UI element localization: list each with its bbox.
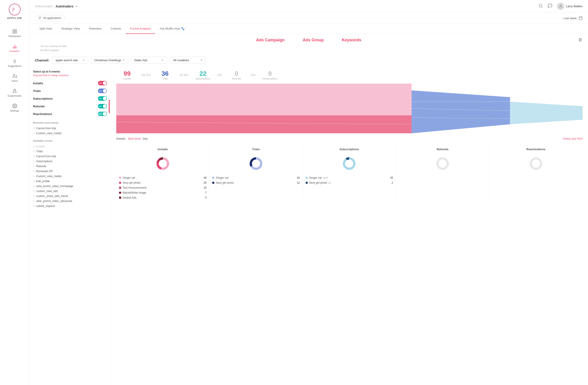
main-content: Active project: Autotraders (29, 0, 588, 385)
sidebar-item-label: Suggestions (8, 65, 21, 67)
legend-label: Ginger cat (216, 176, 228, 179)
tab-cohorts[interactable]: Cohorts (106, 24, 126, 34)
ad-group-dropdown[interactable]: Static Ads ▼ (131, 57, 167, 64)
next-level-link[interactable]: Next level (128, 137, 141, 140)
breakdown-card: TrialsGinger cat24Sexy girl photo12 (210, 144, 303, 204)
toggle-trials[interactable]: ON (98, 89, 107, 93)
stat-pct-4: 0% (251, 73, 255, 77)
available-event-item[interactable]: Cancel from trial (33, 154, 107, 159)
svg-point-13 (14, 105, 15, 107)
stat-value-reactivations: 0 (268, 70, 272, 77)
legend-count: 49 (204, 176, 207, 179)
sidebar-item-dashboard[interactable]: Dashboard (0, 26, 29, 40)
item-dot (33, 180, 35, 182)
tab-split-view[interactable]: Split View (35, 24, 57, 34)
stat-label-reactivations: Reactivations (263, 77, 277, 80)
filter-settings-button[interactable] (578, 38, 583, 43)
toggle-subscriptions[interactable]: ON (98, 96, 107, 101)
breadcrumb-keywords[interactable]: Keywords (342, 38, 361, 42)
breakdown-card: SubscriptionsGinger cat$29920Sexy girl p… (303, 144, 396, 204)
item-dot (33, 185, 35, 187)
legend-label: Ginger cat (123, 176, 135, 179)
top-bar: Active project: Autotraders (29, 0, 588, 13)
project-dropdown[interactable]: Autotraders (56, 4, 78, 8)
all-applications-filter[interactable]: All applications (35, 15, 65, 21)
breakdown-grid: InstallsGinger cat49Sexy girl photo20Tex… (116, 144, 583, 204)
creative-dropdown[interactable]: All creatives ▼ (170, 57, 206, 64)
available-event-item[interactable]: submit_request (33, 204, 107, 209)
toggle-circle (103, 81, 106, 85)
available-event-item[interactable]: Trials (33, 149, 107, 154)
panels-row: Select up to 5 events Drag and drop to c… (29, 66, 588, 385)
sidebar-item-label: Experiments (8, 95, 21, 97)
legend-label: Sexy girl photo (309, 181, 327, 184)
check-roa-link[interactable]: Check your RoA (563, 137, 583, 140)
sidebar-item-analytics[interactable]: Analytics (0, 41, 29, 55)
available-event-item[interactable]: Refunds (33, 164, 107, 169)
available-events-list: InstallsTrialsCancel from trialSubscript… (33, 144, 107, 209)
creative-value: All creatives (173, 58, 189, 62)
breadcrumb-ads-campaign[interactable]: Ads Campaign (256, 38, 285, 42)
toggle-refunds[interactable]: ON (98, 104, 107, 108)
sidebar-item-settings[interactable]: Settings (0, 101, 29, 115)
tab-ask-muffin[interactable]: Ask Muffin How 🐾 (155, 24, 189, 34)
item-dot (33, 170, 35, 172)
available-event-item[interactable]: Subscriptions (33, 159, 107, 164)
campaign-dropdown[interactable]: Christmas Greetings ▼ (91, 57, 128, 64)
available-event-item[interactable]: custom_view_ads (33, 189, 107, 194)
legend-item: Black&White Image7 (119, 190, 207, 195)
donut-chart (399, 154, 486, 173)
legend-label: Default Ads (123, 196, 136, 199)
user-profile[interactable]: Larry Walker (557, 3, 583, 10)
funnel-chart (116, 84, 583, 133)
search-button[interactable] (539, 4, 543, 9)
search-icon (539, 4, 543, 8)
tab-retention[interactable]: Retention (84, 24, 106, 34)
legend-item: Sexy girl photo20 (119, 180, 207, 185)
sidebar-item-users[interactable]: Users (0, 71, 29, 85)
available-event-item[interactable]: Installs (33, 144, 107, 149)
available-event-item[interactable]: Renewals Off (33, 169, 107, 174)
tab-strategic-view[interactable]: Strategic View (57, 24, 84, 34)
event-name-subscriptions: Subscriptions (33, 97, 53, 100)
legend-count: 2 (392, 181, 393, 184)
svg-text:F: F (12, 7, 15, 12)
available-event-item[interactable]: Custom_view_media (33, 174, 107, 179)
tab-funnel-analysis[interactable]: Funnel Analysis (126, 24, 155, 34)
svg-point-38 (439, 159, 447, 168)
recently-used-cancel[interactable]: Cancel from trial (33, 126, 107, 131)
event-name-trials: Trials (33, 89, 41, 93)
breakdown-title: Subscriptions (306, 148, 393, 151)
stat-label-subscriptions: Subscriptions (195, 77, 210, 80)
legend-item: Sexy girl photo$22 (306, 180, 393, 185)
date-filter[interactable]: Last week (563, 16, 583, 20)
available-event-item[interactable]: custom_share_with_friend (33, 194, 107, 199)
legend-dot (306, 177, 308, 179)
notifications-button[interactable] (547, 3, 552, 9)
grid-icon (12, 29, 17, 34)
available-event-item[interactable]: view_promo_video_advanced (33, 199, 107, 204)
sidebar-item-suggestions[interactable]: Suggestions (0, 56, 29, 70)
svg-rect-3 (13, 32, 14, 33)
recently-used-custom-view[interactable]: Custom_view_media (33, 131, 107, 136)
svg-rect-18 (579, 17, 582, 20)
toggle-installs[interactable]: ON (98, 81, 107, 85)
channel-dropdown[interactable]: apple search ads ▼ (52, 57, 88, 64)
item-dot (33, 175, 35, 177)
available-event-item[interactable]: view_promo_video_homepage (33, 184, 107, 189)
sidebar-item-label: Users (11, 79, 18, 82)
project-name: Autotraders (56, 4, 74, 8)
item-dot (33, 195, 35, 197)
funnel-svg (116, 84, 583, 133)
svg-marker-31 (510, 102, 583, 124)
project-selector-area: Active project: Autotraders (35, 4, 78, 8)
stat-pct-3: 0% (217, 73, 222, 77)
toggle-reactivations[interactable]: ON (98, 112, 107, 116)
sidebar-item-experiments[interactable]: Experiments (0, 86, 29, 100)
details-day[interactable]: Day (143, 137, 148, 140)
event-trials: Trials ON (33, 87, 107, 95)
stat-label-refunds: Refunds (232, 77, 241, 80)
app-name: APPFLOW (7, 17, 22, 19)
breadcrumb-ads-group[interactable]: Ads Group (303, 38, 324, 42)
available-event-item[interactable]: Edit_profile (33, 179, 107, 184)
